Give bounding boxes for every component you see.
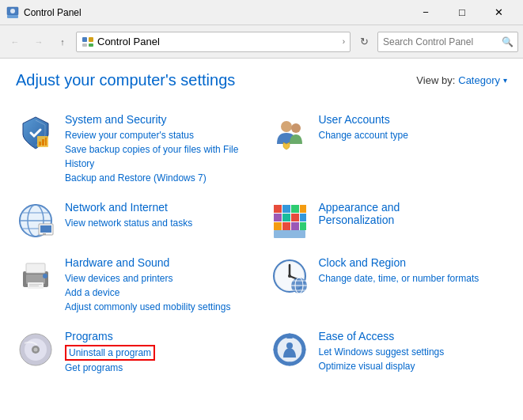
svg-point-12 [291, 123, 301, 133]
hardware-text: Hardware and Sound View devices and prin… [65, 256, 254, 314]
hardware-links: View devices and printers Add a device A… [65, 271, 254, 314]
items-grid: System and Security Review your computer… [16, 105, 507, 383]
view-devices-link[interactable]: View devices and printers [65, 271, 254, 286]
search-box[interactable]: 🔍 [377, 32, 518, 52]
svg-rect-26 [274, 214, 282, 221]
panel-item-ease[interactable]: Ease of Access Let Windows suggest setti… [270, 322, 508, 383]
mobility-settings-link[interactable]: Adjust commonly used mobility settings [65, 300, 254, 314]
svg-rect-27 [282, 214, 290, 221]
network-status-link[interactable]: View network status and tasks [65, 216, 254, 230]
svg-point-46 [288, 274, 291, 278]
content-header: Adjust your computer's settings View by:… [16, 71, 507, 89]
up-button[interactable]: ↑ [52, 32, 73, 52]
svg-rect-25 [300, 205, 306, 213]
svg-rect-33 [300, 222, 306, 230]
view-by-value[interactable]: Category [458, 74, 500, 86]
programs-title[interactable]: Programs [65, 330, 254, 342]
svg-rect-31 [282, 222, 290, 230]
system-security-text: System and Security Review your computer… [65, 113, 254, 185]
svg-point-2 [10, 9, 15, 13]
panel-item-system-security[interactable]: System and Security Review your computer… [16, 105, 254, 193]
network-icon [16, 201, 55, 240]
svg-rect-40 [29, 286, 39, 286]
programs-links: Uninstall a program Get programs [65, 345, 254, 375]
svg-rect-29 [300, 214, 306, 221]
programs-text: Programs Uninstall a program Get program… [65, 330, 254, 375]
title-bar: Control Panel − □ ✕ [0, 0, 523, 25]
appearance-icon [270, 201, 309, 240]
close-button[interactable]: ✕ [480, 0, 517, 25]
svg-rect-4 [89, 37, 93, 42]
svg-rect-24 [291, 205, 299, 213]
change-account-type-link[interactable]: Change account type [319, 128, 508, 142]
panel-item-clock[interactable]: Clock and Region Change date, time, or n… [270, 248, 508, 322]
add-device-link[interactable]: Add a device [65, 286, 254, 300]
svg-rect-22 [274, 205, 282, 213]
network-links: View network status and tasks [65, 216, 254, 230]
appearance-text: Appearance andPersonalization [319, 201, 508, 229]
user-accounts-title[interactable]: User Accounts [319, 113, 508, 126]
system-security-icon [16, 113, 55, 153]
suggest-settings-link[interactable]: Let Windows suggest settings [319, 345, 508, 359]
title-bar-controls: − □ ✕ [407, 0, 517, 25]
svg-rect-30 [274, 222, 282, 230]
user-accounts-links: Change account type [319, 128, 508, 142]
svg-rect-9 [42, 139, 44, 146]
page-title: Adjust your computer's settings [16, 71, 235, 89]
address-path-icon [81, 36, 94, 48]
address-bar: ← → ↑ Control Panel › ↻ 🔍 [0, 25, 523, 59]
network-title[interactable]: Network and Internet [65, 201, 254, 214]
user-accounts-icon [270, 113, 309, 153]
content-area: Adjust your computer's settings View by:… [0, 59, 523, 420]
ease-access-title[interactable]: Ease of Access [319, 330, 508, 342]
svg-point-41 [43, 274, 47, 278]
system-security-title[interactable]: System and Security [65, 113, 254, 126]
svg-rect-23 [282, 205, 290, 213]
minimize-button[interactable]: − [407, 0, 444, 25]
svg-point-11 [281, 121, 292, 132]
panel-item-appearance[interactable]: Appearance andPersonalization [270, 193, 508, 248]
clock-links: Change date, time, or number formats [319, 271, 508, 286]
review-status-link[interactable]: Review your computer's status [65, 128, 254, 142]
svg-rect-8 [39, 142, 41, 146]
maximize-button[interactable]: □ [444, 0, 480, 25]
title-bar-icon [6, 6, 19, 19]
hardware-title[interactable]: Hardware and Sound [65, 256, 254, 269]
svg-rect-32 [291, 222, 299, 230]
date-time-link[interactable]: Change date, time, or number formats [319, 271, 508, 286]
ease-access-links: Let Windows suggest settings Optimize vi… [319, 345, 508, 373]
view-by-label: View by: [416, 74, 455, 86]
panel-item-hardware[interactable]: Hardware and Sound View devices and prin… [16, 248, 254, 322]
address-text: Control Panel [97, 36, 339, 47]
address-chevron[interactable]: › [343, 37, 345, 46]
uninstall-program-link[interactable]: Uninstall a program [65, 345, 155, 361]
panel-item-user-accounts[interactable]: User Accounts Change account type [270, 105, 508, 193]
svg-rect-20 [40, 225, 51, 233]
svg-rect-6 [89, 44, 93, 47]
optimize-display-link[interactable]: Optimize visual display [319, 359, 508, 373]
svg-rect-3 [82, 37, 87, 42]
appearance-title[interactable]: Appearance andPersonalization [319, 201, 508, 226]
ease-access-icon [270, 330, 309, 369]
refresh-button[interactable]: ↻ [354, 32, 374, 52]
network-text: Network and Internet View network status… [65, 201, 254, 230]
panel-item-programs[interactable]: Programs Uninstall a program Get program… [16, 322, 254, 383]
search-icon: 🔍 [502, 36, 514, 47]
back-button[interactable]: ← [5, 32, 25, 52]
clock-title[interactable]: Clock and Region [319, 256, 508, 269]
svg-rect-21 [43, 233, 46, 235]
backup-files-link[interactable]: Save backup copies of your files with Fi… [65, 142, 254, 171]
ease-access-text: Ease of Access Let Windows suggest setti… [319, 330, 508, 373]
title-bar-title: Control Panel [24, 7, 407, 18]
get-programs-link[interactable]: Get programs [65, 361, 254, 375]
panel-item-network[interactable]: Network and Internet View network status… [16, 193, 254, 248]
svg-rect-28 [291, 214, 299, 221]
svg-rect-37 [26, 263, 45, 273]
forward-button[interactable]: → [28, 32, 49, 52]
programs-icon [16, 330, 55, 369]
address-path[interactable]: Control Panel › [76, 32, 351, 52]
view-by-arrow[interactable]: ▾ [503, 76, 507, 85]
svg-rect-5 [82, 44, 87, 47]
backup-restore-link[interactable]: Backup and Restore (Windows 7) [65, 171, 254, 185]
search-input[interactable] [383, 36, 502, 47]
